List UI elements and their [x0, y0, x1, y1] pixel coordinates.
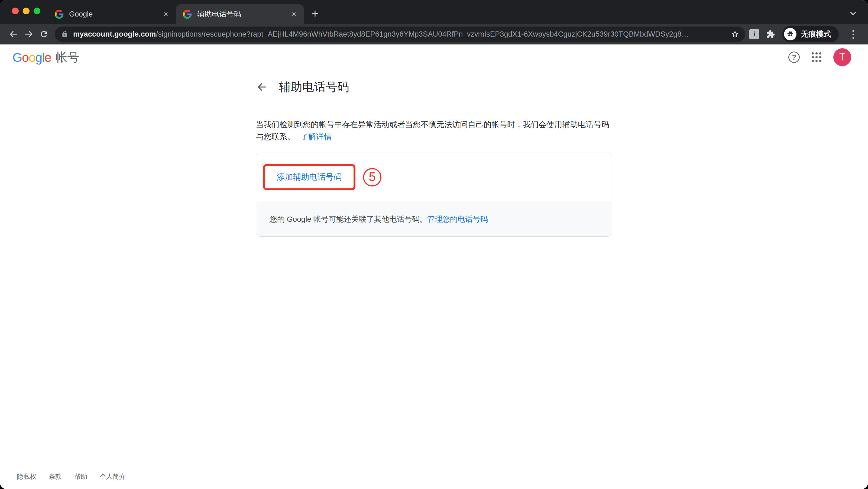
logo-letter: o: [29, 50, 35, 65]
incognito-icon: [784, 28, 797, 40]
extensions-puzzle-icon[interactable]: [767, 30, 775, 38]
pinned-extension-icon[interactable]: i: [749, 29, 760, 39]
card-footer-text: 您的 Google 帐号可能还关联了其他电话号码。: [270, 215, 427, 223]
footer-link-profile[interactable]: 个人简介: [100, 472, 126, 481]
new-tab-button[interactable]: +: [312, 8, 318, 20]
page-title: 辅助电话号码: [279, 79, 349, 95]
tab-close-icon[interactable]: ×: [290, 9, 298, 19]
annotation-red-box: 添加辅助电话号码: [263, 164, 355, 190]
add-recovery-phone-link[interactable]: 添加辅助电话号码: [277, 172, 342, 183]
google-account-logo[interactable]: Google 帐号: [12, 49, 80, 65]
logo-letter: e: [44, 50, 51, 65]
tab-label: 辅助电话号码: [197, 9, 290, 19]
tab-search-chevron-icon[interactable]: [848, 9, 858, 19]
header-icons: ? T: [788, 48, 851, 66]
page-back-arrow-icon[interactable]: [256, 81, 268, 93]
google-favicon-icon: [55, 10, 64, 19]
footer-link-privacy[interactable]: 隐私权: [17, 472, 36, 481]
lock-icon[interactable]: [61, 31, 68, 38]
avatar[interactable]: T: [833, 48, 851, 66]
logo-letter: g: [35, 50, 42, 65]
card-top-section: 添加辅助电话号码 5: [256, 153, 612, 202]
manage-phone-numbers-link[interactable]: 管理您的电话号码: [427, 215, 488, 223]
account-header: Google 帐号 ? T: [0, 45, 868, 70]
help-icon[interactable]: ?: [788, 52, 800, 63]
google-favicon-icon: [183, 10, 192, 19]
logo-letter: l: [42, 50, 44, 65]
intro-paragraph: 当我们检测到您的帐号中存在异常活动或者当您不慎无法访问自己的帐号时，我们会使用辅…: [256, 118, 612, 143]
logo-letter: G: [12, 50, 22, 65]
apps-grid-icon[interactable]: [812, 52, 822, 62]
browser-toolbar: myaccount.google.com/signinoptions/rescu…: [0, 24, 868, 45]
toolbar-right-cluster: i 无痕模式 ⋮: [749, 26, 862, 42]
tab-google[interactable]: Google ×: [48, 4, 176, 24]
recovery-phone-card: 添加辅助电话号码 5 您的 Google 帐号可能还关联了其他电话号码。管理您的…: [256, 153, 612, 237]
main-content: 当我们检测到您的帐号中存在异常活动或者当您不慎无法访问自己的帐号时，我们会使用辅…: [256, 118, 612, 237]
url-text: myaccount.google.com/signinoptions/rescu…: [73, 30, 726, 38]
logo-letter: o: [22, 50, 29, 65]
page-content: Google 帐号 ? T 辅助电话号码 当我们检测到您的帐号中存在异常活动或者…: [0, 45, 868, 489]
url-domain: myaccount.google.com: [73, 30, 156, 38]
tab-recovery-phone[interactable]: 辅助电话号码 ×: [176, 4, 304, 24]
window-controls: [12, 8, 40, 15]
tab-label: Google: [69, 10, 162, 19]
reload-button[interactable]: [36, 27, 52, 42]
back-button[interactable]: [6, 27, 21, 42]
window-minimize-button[interactable]: [23, 8, 30, 15]
annotation-circle-5: 5: [363, 168, 381, 186]
tab-strip: Google × 辅助电话号码 × +: [0, 0, 868, 24]
title-section: 辅助电话号码: [0, 70, 868, 106]
card-footer-section: 您的 Google 帐号可能还关联了其他电话号码。管理您的电话号码: [256, 202, 612, 236]
window-zoom-button[interactable]: [34, 8, 40, 15]
chrome-menu-icon[interactable]: ⋮: [846, 28, 860, 40]
bookmark-star-icon[interactable]: [731, 30, 739, 38]
window-close-button[interactable]: [12, 8, 19, 15]
tab-close-icon[interactable]: ×: [162, 9, 170, 19]
address-bar[interactable]: myaccount.google.com/signinoptions/rescu…: [55, 27, 745, 42]
footer-link-help[interactable]: 帮助: [74, 472, 87, 481]
learn-more-link[interactable]: 了解详情: [301, 132, 332, 141]
url-path: /signinoptions/rescuephone?rapt=AEjHL4M9…: [156, 30, 689, 38]
tabs: Google × 辅助电话号码 × +: [48, 0, 318, 24]
incognito-label: 无痕模式: [801, 29, 831, 39]
footer-link-terms[interactable]: 条款: [49, 472, 62, 481]
incognito-badge: 无痕模式: [782, 26, 839, 42]
forward-button[interactable]: [21, 27, 36, 42]
logo-suffix-label: 帐号: [56, 49, 80, 65]
browser-window: Google × 辅助电话号码 × +: [0, 0, 868, 489]
scrollbar-track[interactable]: [863, 45, 863, 489]
page-footer: 隐私权 条款 帮助 个人简介: [17, 472, 126, 481]
